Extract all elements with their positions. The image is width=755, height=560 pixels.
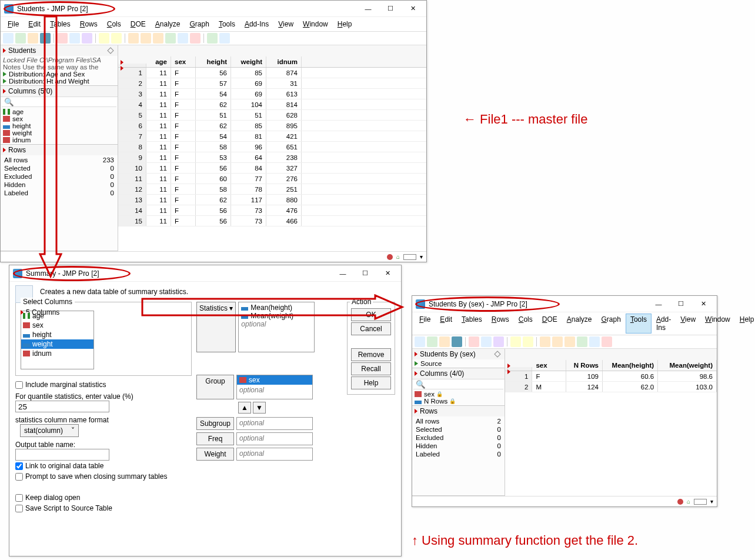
freq-target-box[interactable]: optional <box>236 432 313 445</box>
maximize-button[interactable]: ☐ <box>354 266 376 281</box>
toolbar-icon[interactable] <box>3 33 14 44</box>
table-row[interactable]: 411F62104814 <box>118 99 426 110</box>
table-row[interactable]: 511F5151628 <box>118 110 426 121</box>
toolbar-icon[interactable] <box>15 33 26 44</box>
rows-panel-header[interactable]: Rows <box>412 406 505 416</box>
menu-item[interactable]: Help <box>333 18 357 30</box>
status-dropdown-icon[interactable]: ▾ <box>420 254 423 260</box>
toolbar-icon[interactable] <box>190 33 201 44</box>
column-option[interactable]: idnum <box>21 349 93 358</box>
include-marginal-checkbox[interactable]: Include marginal statistics <box>15 379 192 390</box>
minimize-button[interactable]: — <box>357 2 379 16</box>
toolbar-icon[interactable] <box>427 336 437 347</box>
menu-item[interactable]: Analyze <box>151 18 185 30</box>
menu-item[interactable]: Help <box>735 314 755 334</box>
column-option[interactable]: weight <box>21 339 93 349</box>
menu-bar[interactable]: FileEditTablesRowsColsDOEAnalyzeGraphToo… <box>412 312 717 335</box>
toolbar-icon[interactable] <box>153 33 163 44</box>
keep-open-checkbox[interactable]: Keep dialog open <box>15 492 192 503</box>
toolbar-icon[interactable] <box>602 336 612 347</box>
toolbar-icon[interactable] <box>82 33 92 44</box>
format-select[interactable]: stat(column)˅ <box>20 424 79 437</box>
column-header[interactable]: Mean(height) <box>603 360 658 371</box>
table-row[interactable]: 211F576931 <box>118 78 426 89</box>
toolbar-icon[interactable] <box>99 33 109 44</box>
prompt-save-checkbox[interactable]: Prompt to save when closing summary tabl… <box>15 471 192 482</box>
table-row[interactable]: 1311F62117880 <box>118 195 426 205</box>
column-option[interactable]: height <box>21 330 93 339</box>
table-panel-header[interactable]: Students By (sex) <box>412 349 505 359</box>
minimize-button[interactable]: — <box>647 297 670 311</box>
table-row[interactable]: 2M12462.0103.0 <box>505 382 717 392</box>
maximize-button[interactable]: ☐ <box>670 297 692 311</box>
menu-item[interactable]: Window <box>298 18 333 30</box>
table-row[interactable]: 611F6285895 <box>118 121 426 131</box>
toolbar-icon[interactable] <box>439 336 450 347</box>
data-grid[interactable]: agesexheightweightidnum 111F5685874211F5… <box>118 45 426 251</box>
menu-item[interactable]: File <box>3 18 24 30</box>
column-item[interactable]: N Rows🔒 <box>413 398 503 405</box>
quantile-input[interactable] <box>15 401 109 412</box>
group-target-box[interactable]: sex optional <box>236 375 313 399</box>
toolbar-icon[interactable] <box>111 33 122 44</box>
table-row[interactable]: 911F5364238 <box>118 152 426 163</box>
toolbar-icon[interactable] <box>552 336 563 347</box>
menu-item[interactable]: Add-Ins <box>240 18 273 30</box>
subgroup-target-box[interactable]: optional <box>236 417 313 430</box>
columns-panel-header[interactable]: Columns (4/0) <box>412 368 505 379</box>
recall-button[interactable]: Recall <box>351 362 391 375</box>
table-row[interactable]: 1011F5684327 <box>118 163 426 174</box>
menu-item[interactable]: View <box>676 314 700 334</box>
toolbar-icon[interactable] <box>589 336 600 347</box>
column-header[interactable]: age <box>146 56 171 67</box>
group-button[interactable]: Group <box>196 375 234 399</box>
freq-button[interactable]: Freq <box>196 432 234 445</box>
minimize-button[interactable]: — <box>332 266 354 281</box>
toolbar-icon[interactable] <box>178 33 188 44</box>
menu-item[interactable]: Cols <box>514 314 537 334</box>
menu-item[interactable]: Graph <box>185 18 214 30</box>
menu-item[interactable]: Analyze <box>562 314 597 334</box>
menu-item[interactable]: View <box>273 18 298 30</box>
menu-item[interactable]: Rows <box>75 18 102 30</box>
table-row[interactable]: 1211F5878251 <box>118 184 426 195</box>
table-row[interactable]: 811F5896651 <box>118 142 426 152</box>
menu-item[interactable]: DOE <box>126 18 151 30</box>
menu-item[interactable]: Tools <box>626 314 652 334</box>
remove-button[interactable]: Remove <box>351 348 391 361</box>
toolbar[interactable] <box>412 335 717 349</box>
disclosure-icon[interactable] <box>107 47 113 54</box>
menu-item[interactable]: DOE <box>537 314 562 334</box>
menu-bar[interactable]: FileEditTablesRowsColsDOEAnalyzeGraphToo… <box>1 17 426 32</box>
menu-item[interactable]: Rows <box>487 314 514 334</box>
menu-item[interactable]: Tools <box>214 18 240 30</box>
output-name-input[interactable] <box>15 449 109 461</box>
menu-item[interactable]: Window <box>700 314 735 334</box>
toolbar-icon[interactable] <box>469 336 479 347</box>
table-row[interactable]: 1F10960.698.6 <box>505 371 717 382</box>
table-row[interactable]: 711F5481421 <box>118 131 426 142</box>
toolbar-icon[interactable] <box>540 336 550 347</box>
script-item[interactable]: Source <box>413 360 503 367</box>
table-row[interactable]: 111F5685874 <box>118 68 426 78</box>
column-header[interactable]: sex <box>171 56 196 67</box>
column-header[interactable]: Mean(weight) <box>658 360 717 371</box>
move-up-button[interactable]: ▲ <box>238 402 251 414</box>
toolbar-icon[interactable] <box>165 33 176 44</box>
toolbar-icon[interactable] <box>523 336 533 347</box>
close-button[interactable]: ✕ <box>692 297 714 311</box>
link-table-checkbox[interactable]: Link to original data table <box>15 461 192 471</box>
maximize-button[interactable]: ☐ <box>379 2 402 16</box>
toolbar-icon[interactable] <box>141 33 151 44</box>
toolbar-icon[interactable] <box>452 336 462 347</box>
column-header[interactable]: sex <box>532 360 566 371</box>
help-button[interactable]: Help <box>351 376 391 389</box>
status-dropdown-icon[interactable]: ▾ <box>710 498 713 505</box>
menu-item[interactable]: Tables <box>457 314 487 334</box>
toolbar-icon[interactable] <box>510 336 521 347</box>
toolbar-icon[interactable] <box>28 33 38 44</box>
menu-item[interactable]: Cols <box>102 18 126 30</box>
weight-button[interactable]: Weight <box>196 448 234 461</box>
toolbar-icon[interactable] <box>481 336 492 347</box>
disclosure-icon[interactable] <box>494 351 500 357</box>
